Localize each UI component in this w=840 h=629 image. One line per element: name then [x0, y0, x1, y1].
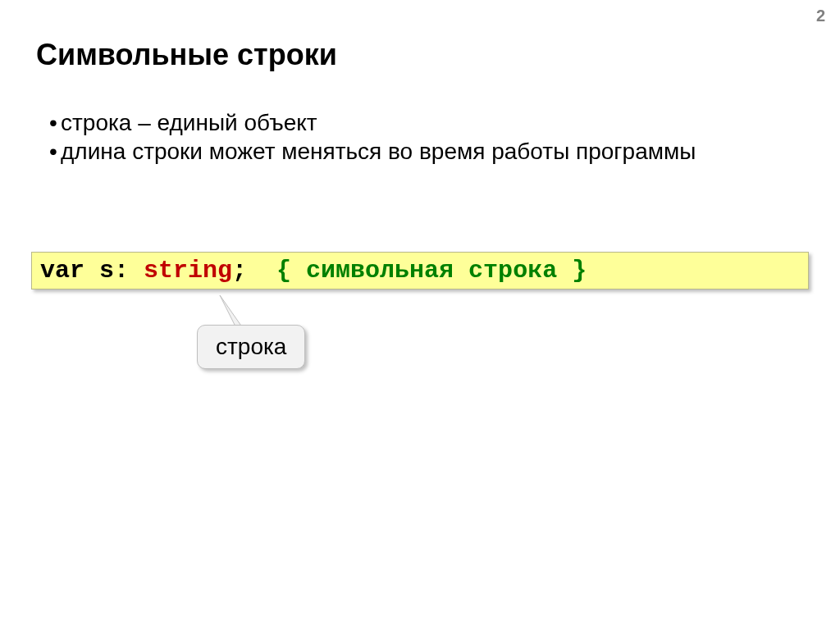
- code-text: ;: [232, 257, 276, 285]
- code-type: string: [144, 257, 232, 285]
- code-keyword: var: [40, 257, 84, 285]
- list-item-text: строка – единый объект: [61, 108, 317, 137]
- bullet-dot-icon: •: [49, 137, 61, 166]
- bullet-dot-icon: •: [49, 108, 61, 137]
- list-item: • строка – единый объект: [49, 108, 696, 137]
- bullet-list: • строка – единый объект • длина строки …: [49, 108, 696, 166]
- callout-label: строка: [197, 325, 305, 369]
- slide-title: Символьные строки: [36, 38, 337, 72]
- list-item-text: длина строки может меняться во время раб…: [61, 137, 696, 166]
- list-item: • длина строки может меняться во время р…: [49, 137, 696, 166]
- svg-marker-0: [220, 295, 243, 328]
- page-number: 2: [816, 7, 825, 25]
- slide-page: 2 Символьные строки • строка – единый об…: [0, 0, 840, 629]
- callout-tail-icon: [212, 295, 244, 328]
- code-comment: { символьная строка }: [276, 257, 587, 285]
- code-block: var s: string; { символьная строка }: [31, 252, 809, 289]
- code-text: s:: [84, 257, 144, 285]
